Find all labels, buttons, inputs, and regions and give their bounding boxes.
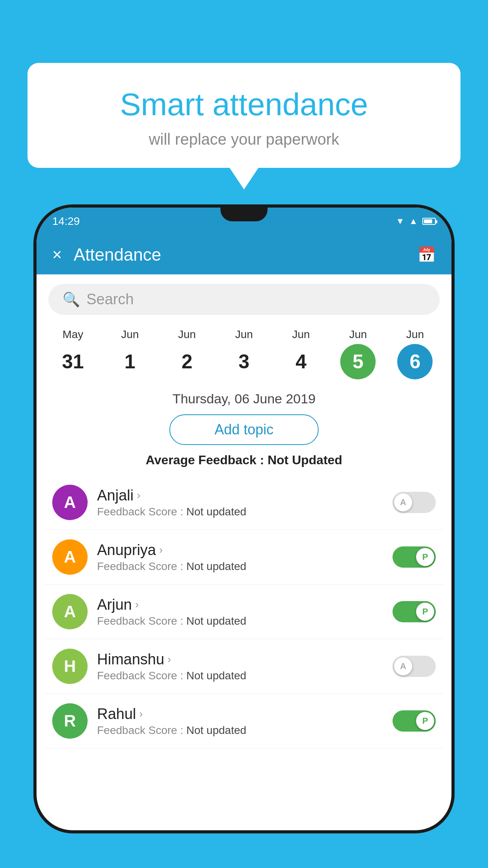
student-name: Anjali › bbox=[97, 487, 383, 504]
chevron-icon: › bbox=[167, 653, 171, 666]
chevron-icon: › bbox=[137, 489, 140, 502]
feedback-score: Feedback Score : Not updated bbox=[97, 506, 383, 518]
student-name: Anupriya › bbox=[97, 542, 383, 559]
day-number[interactable]: 6 bbox=[397, 344, 433, 379]
toggle-knob: P bbox=[416, 603, 434, 621]
day-number[interactable]: 1 bbox=[112, 344, 148, 379]
date-item[interactable]: Jun5 bbox=[340, 328, 376, 379]
date-scroll: May31Jun1Jun2Jun3Jun4Jun5Jun6 bbox=[37, 324, 451, 387]
avg-feedback-value: Not Updated bbox=[268, 453, 342, 467]
date-item[interactable]: Jun1 bbox=[112, 328, 148, 379]
student-list: AAnjali ›Feedback Score : Not updatedAAA… bbox=[37, 475, 451, 748]
search-icon: 🔍 bbox=[62, 291, 80, 308]
status-icons: ▼ ▲ bbox=[396, 216, 436, 226]
app-bar: × Attendance 📅 bbox=[37, 235, 451, 274]
chevron-icon: › bbox=[159, 544, 163, 556]
date-item[interactable]: Jun3 bbox=[226, 328, 262, 379]
day-number[interactable]: 31 bbox=[55, 344, 91, 379]
list-item[interactable]: HHimanshu ›Feedback Score : Not updatedA bbox=[44, 639, 444, 694]
chevron-icon: › bbox=[135, 598, 139, 611]
search-bar[interactable]: 🔍 Search bbox=[48, 284, 440, 315]
bubble-title: Smart attendance bbox=[47, 86, 441, 123]
selected-date: Thursday, 06 June 2019 bbox=[37, 387, 451, 414]
avatar: H bbox=[52, 649, 88, 684]
month-label: Jun bbox=[292, 328, 310, 341]
month-label: Jun bbox=[235, 328, 253, 341]
toggle-knob: P bbox=[416, 712, 434, 730]
battery-icon bbox=[422, 218, 436, 225]
avatar: A bbox=[52, 594, 88, 629]
student-name: Rahul › bbox=[97, 706, 383, 723]
list-item[interactable]: RRahul ›Feedback Score : Not updatedP bbox=[44, 694, 444, 748]
attendance-toggle[interactable]: A bbox=[393, 656, 436, 677]
close-button[interactable]: × bbox=[52, 245, 62, 264]
phone-container: 14:29 ▼ ▲ × Attendance 📅 🔍 Search bbox=[33, 204, 455, 868]
phone-screen: 14:29 ▼ ▲ × Attendance 📅 🔍 Search bbox=[37, 208, 451, 830]
app-title: Attendance bbox=[74, 245, 417, 265]
day-number[interactable]: 4 bbox=[283, 344, 319, 379]
student-info: Rahul ›Feedback Score : Not updated bbox=[97, 706, 383, 737]
student-info: Anupriya ›Feedback Score : Not updated bbox=[97, 542, 383, 573]
student-name: Himanshu › bbox=[97, 651, 383, 668]
avg-feedback: Average Feedback : Not Updated bbox=[37, 453, 451, 467]
feedback-score: Feedback Score : Not updated bbox=[97, 669, 383, 682]
add-topic-button[interactable]: Add topic bbox=[169, 414, 319, 445]
date-item[interactable]: May31 bbox=[55, 328, 91, 379]
search-placeholder: Search bbox=[86, 291, 134, 308]
toggle-knob: A bbox=[394, 493, 412, 511]
phone-shell: 14:29 ▼ ▲ × Attendance 📅 🔍 Search bbox=[33, 204, 455, 833]
attendance-toggle[interactable]: A bbox=[393, 492, 436, 513]
list-item[interactable]: AAnupriya ›Feedback Score : Not updatedP bbox=[44, 530, 444, 585]
day-number[interactable]: 3 bbox=[226, 344, 262, 379]
student-info: Anjali ›Feedback Score : Not updated bbox=[97, 487, 383, 518]
chevron-icon: › bbox=[139, 708, 143, 720]
list-item[interactable]: AArjun ›Feedback Score : Not updatedP bbox=[44, 585, 444, 639]
month-label: Jun bbox=[349, 328, 367, 341]
month-label: May bbox=[62, 328, 83, 341]
student-info: Himanshu ›Feedback Score : Not updated bbox=[97, 651, 383, 682]
list-item[interactable]: AAnjali ›Feedback Score : Not updatedA bbox=[44, 475, 444, 530]
avatar: A bbox=[52, 485, 88, 520]
student-info: Arjun ›Feedback Score : Not updated bbox=[97, 596, 383, 627]
day-number[interactable]: 5 bbox=[340, 344, 376, 379]
avatar: R bbox=[52, 703, 88, 739]
date-item[interactable]: Jun2 bbox=[169, 328, 205, 379]
bubble-subtitle: will replace your paperwork bbox=[47, 131, 441, 148]
avatar: A bbox=[52, 539, 88, 575]
speech-bubble: Smart attendance will replace your paper… bbox=[28, 63, 460, 168]
feedback-score: Feedback Score : Not updated bbox=[97, 560, 383, 573]
signal-icon: ▲ bbox=[409, 216, 418, 226]
avg-feedback-label: Average Feedback : bbox=[146, 453, 268, 467]
attendance-toggle[interactable]: P bbox=[393, 710, 436, 732]
month-label: Jun bbox=[178, 328, 196, 341]
status-time: 14:29 bbox=[52, 215, 80, 228]
student-name: Arjun › bbox=[97, 596, 383, 613]
attendance-toggle[interactable]: P bbox=[393, 546, 436, 568]
date-item[interactable]: Jun4 bbox=[283, 328, 319, 379]
calendar-icon[interactable]: 📅 bbox=[417, 246, 436, 263]
attendance-toggle[interactable]: P bbox=[393, 601, 436, 622]
month-label: Jun bbox=[406, 328, 424, 341]
date-item[interactable]: Jun6 bbox=[397, 328, 433, 379]
status-bar: 14:29 ▼ ▲ bbox=[37, 208, 451, 235]
wifi-icon: ▼ bbox=[396, 216, 404, 226]
feedback-score: Feedback Score : Not updated bbox=[97, 724, 383, 737]
feedback-score: Feedback Score : Not updated bbox=[97, 615, 383, 627]
day-number[interactable]: 2 bbox=[169, 344, 205, 379]
toggle-knob: A bbox=[394, 657, 412, 675]
toggle-knob: P bbox=[416, 548, 434, 566]
month-label: Jun bbox=[121, 328, 139, 341]
